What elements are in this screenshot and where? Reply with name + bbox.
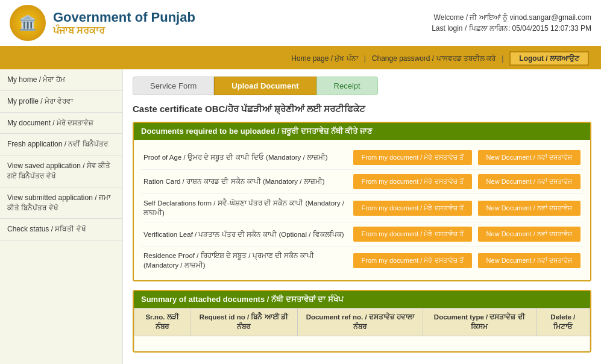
step-receipt[interactable]: Receipt (316, 77, 378, 95)
steps-bar: Service Form Upload Document Receipt (133, 77, 591, 95)
header-right: Welcome / ਜੀ ਆਇਆਂ ਨੂੰ vinod.sangar@gmail… (432, 13, 591, 33)
navbar: Home page / ਮੁੱਖ ਪੰਨਾ | Change password … (0, 48, 601, 69)
last-login-time: 05/04/2015 12:07:33 PM (512, 24, 591, 33)
sidebar-item-view-saved[interactable]: View saved application / ਸੇਵ ਕੀਤੇ ਗਏ ਬਿਨ… (0, 155, 122, 187)
sidebar-item-home[interactable]: My home / ਮੇਰਾ ਹੋਮ (0, 69, 122, 91)
doc-new-doc-ration[interactable]: New Document / ਨਵਾਂ ਦਸਤਾਵੇਜ਼ (478, 174, 581, 189)
doc-label-ration-card: Ration Card / ਰਾਸ਼ਨ ਕਾਰਡ ਦੀ ਸਕੈਨ ਕਾਪੀ (M… (143, 177, 347, 186)
sidebar-item-document[interactable]: My document / ਮੇਰੇ ਦਸਤਾਵੇਜ਼ (0, 113, 122, 134)
logout-button[interactable]: Logout / ਲਾਗਆਉਟ (509, 51, 589, 66)
upload-section-header: Documents required to be uploaded / ਜ਼ਰੂ… (134, 123, 590, 140)
doc-row-residence-proof: Residence Proof / ਰਿਹਾਇਸ਼ ਦੇ ਸਬੂਤ / ਪ੍ਰਮ… (141, 246, 583, 274)
welcome-label: Welcome / ਜੀ ਆਇਆਂ ਨੂੰ (434, 13, 508, 22)
doc-label-age-proof: Proof of Age / ਉਮਰ ਦੇ ਸਬੂਤ ਦੀ ਕਾਪੀ ਦਿਓ (… (143, 152, 347, 162)
doc-row-age-proof: Proof of Age / ਉਮਰ ਦੇ ਸਬੂਤ ਦੀ ਕਾਪੀ ਦਿਓ (… (141, 146, 583, 170)
doc-row-verification-leaf: Verification Leaf / ਪੜਤਾਲ ਪੱਤਰ ਦੀ ਸਕੈਨ ਕ… (141, 222, 583, 246)
doc-from-my-doc-age[interactable]: From my document / ਮੇਰੇ ਦਸਤਾਵੇਜ਼ ਤੋਂ (353, 150, 472, 165)
table-row-empty (134, 336, 590, 351)
empty-row-cell (134, 336, 590, 351)
doc-new-doc-residence[interactable]: New Document / ਨਵਾਂ ਦਸਤਾਵੇਜ਼ (478, 253, 581, 268)
doc-from-my-doc-verification[interactable]: From my document / ਮੇਰੇ ਦਸਤਾਵੇਜ਼ ਤੋਂ (353, 227, 472, 242)
summary-section: Summary of attached documents / ਨੱਥੀ ਦਸਤ… (133, 290, 591, 352)
main-layout: My home / ਮੇਰਾ ਹੋਮ My profile / ਮੇਰਾ ਵੇਰ… (0, 69, 601, 364)
welcome-text: Welcome / ਜੀ ਆਇਆਂ ਨੂੰ vinod.sangar@gmail… (432, 13, 591, 22)
header: 🏛️ Government of Punjab ਪੰਜਾਬ ਸਰਕਾਰ Welc… (0, 0, 601, 48)
step-upload-document[interactable]: Upload Document (214, 77, 316, 95)
summary-table: Sr.no. ਲੜੀ ਨੰਬਰ Request id no / ਬਿਨੈ ਆਈ … (134, 308, 590, 351)
doc-row-ration-card: Ration Card / ਰਾਸ਼ਨ ਕਾਰਡ ਦੀ ਸਕੈਨ ਕਾਪੀ (M… (141, 170, 583, 194)
doc-from-my-doc-ration[interactable]: From my document / ਮੇਰੇ ਦਸਤਾਵੇਜ਼ ਤੋਂ (353, 174, 472, 189)
change-password-link[interactable]: Change password / ਪਾਸਵਰਡ ਤਬਦੀਲ ਕਰੋ (372, 54, 496, 63)
header-title: Government of Punjab ਪੰਜਾਬ ਸਰਕਾਰ (53, 10, 195, 36)
gov-subtitle: ਪੰਜਾਬ ਸਰਕਾਰ (53, 25, 195, 36)
doc-new-doc-age[interactable]: New Document / ਨਵਾਂ ਦਸਤਾਵੇਜ਼ (478, 150, 581, 165)
emblem-icon: 🏛️ (10, 5, 46, 41)
sidebar-item-check-status[interactable]: Check status / ਸਥਿਤੀ ਵੇਖੋ (0, 219, 122, 240)
col-delete: Delete / ਮਿਟਾਓ (536, 309, 590, 336)
doc-label-residence-proof: Residence Proof / ਰਿਹਾਇਸ਼ ਦੇ ਸਬੂਤ / ਪ੍ਰਮ… (143, 251, 347, 270)
doc-from-my-doc-self[interactable]: From my document / ਮੇਰੇ ਦਸਤਾਵੇਜ਼ ਤੋਂ (353, 201, 472, 216)
last-login-label: Last login / ਪਿਛਲਾ ਲਾਗਿਨ: (432, 24, 510, 33)
sidebar-item-fresh-application[interactable]: Fresh application / ਨਵੀਂ ਬਿਨੈਪੱਤਰ (0, 134, 122, 155)
nav-separator-1: | (364, 54, 366, 63)
step-service-form[interactable]: Service Form (133, 77, 214, 95)
page-title: Caste certificate OBC/ਹੋਰ ਪੱਛੜੀਆਂ ਸ਼੍ਰੇਣ… (133, 104, 591, 115)
upload-section-body: Proof of Age / ਉਮਰ ਦੇ ਸਬੂਤ ਦੀ ਕਾਪੀ ਦਿਓ (… (134, 140, 590, 280)
user-email: vinod.sangar@gmail.com (509, 13, 591, 22)
summary-section-header: Summary of attached documents / ਨੱਥੀ ਦਸਤ… (134, 291, 590, 308)
doc-label-verification-leaf: Verification Leaf / ਪੜਤਾਲ ਪੱਤਰ ਦੀ ਸਕੈਨ ਕ… (143, 230, 347, 239)
doc-new-doc-verification[interactable]: New Document / ਨਵਾਂ ਦਸਤਾਵੇਜ਼ (478, 227, 581, 242)
gov-title: Government of Punjab (53, 10, 195, 25)
col-doc-ref: Document ref no. / ਦਸਤਾਵੇਜ਼ ਹਵਾਲਾ ਨੰਬਰ (297, 309, 423, 336)
content-area: Service Form Upload Document Receipt Cas… (123, 69, 601, 364)
last-login: Last login / ਪਿਛਲਾ ਲਾਗਿਨ: 05/04/2015 12:… (432, 24, 591, 33)
header-left: 🏛️ Government of Punjab ਪੰਜਾਬ ਸਰਕਾਰ (10, 5, 195, 41)
home-link[interactable]: Home page / ਮੁੱਖ ਪੰਨਾ (291, 54, 357, 63)
sidebar-item-profile[interactable]: My profile / ਮੇਰਾ ਵੇਰਵਾ (0, 91, 122, 113)
nav-separator-2: | (502, 54, 503, 63)
doc-from-my-doc-residence[interactable]: From my document / ਮੇਰੇ ਦਸਤਾਵੇਜ਼ ਤੋਂ (353, 253, 472, 268)
col-doc-type: Document type / ਦਸਤਾਵੇਜ਼ ਦੀ ਕਿਸਮ (423, 309, 536, 336)
col-request-id: Request id no / ਬਿਨੈ ਆਈ ਡੀ ਨੰਬਰ (190, 309, 297, 336)
col-sr-no: Sr.no. ਲੜੀ ਨੰਬਰ (134, 309, 190, 336)
doc-label-self-declaration: Self Declarations form / ਸਵੈ-ਘੋਸ਼ਣਾ ਪੱਤਰ… (143, 198, 347, 218)
upload-section: Documents required to be uploaded / ਜ਼ਰੂ… (133, 122, 591, 281)
doc-row-self-declaration: Self Declarations form / ਸਵੈ-ਘੋਸ਼ਣਾ ਪੱਤਰ… (141, 194, 583, 222)
sidebar-item-view-submitted[interactable]: View submitted application / ਜਮਾ ਕੀਤੇ ਬਿ… (0, 187, 122, 219)
doc-new-doc-self[interactable]: New Document / ਨਵਾਂ ਦਸਤਾਵੇਜ਼ (478, 201, 581, 216)
sidebar: My home / ਮੇਰਾ ਹੋਮ My profile / ਮੇਰਾ ਵੇਰ… (0, 69, 123, 364)
